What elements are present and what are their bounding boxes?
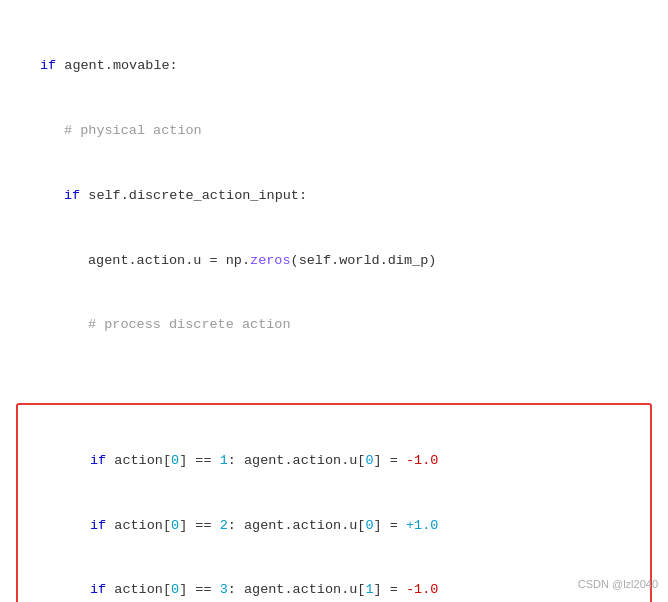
line-5: # process discrete action xyxy=(16,314,652,336)
line-7: if action[0] == 2: agent.action.u[0] = +… xyxy=(90,515,644,537)
code-block: if agent.movable: # physical action if s… xyxy=(16,12,652,602)
line-8: if action[0] == 3: agent.action.u[1] = -… xyxy=(90,579,644,601)
watermark: CSDN @lzl2040 xyxy=(578,576,658,594)
line-2: # physical action xyxy=(16,120,652,142)
line-1: if agent.movable: xyxy=(16,55,652,77)
line-6: if action[0] == 1: agent.action.u[0] = -… xyxy=(90,450,644,472)
line-4: agent.action.u = np.zeros(self.world.dim… xyxy=(16,250,652,272)
line-3: if self.discrete_action_input: xyxy=(16,185,652,207)
highlight-block-1: if action[0] == 1: agent.action.u[0] = -… xyxy=(16,403,652,602)
